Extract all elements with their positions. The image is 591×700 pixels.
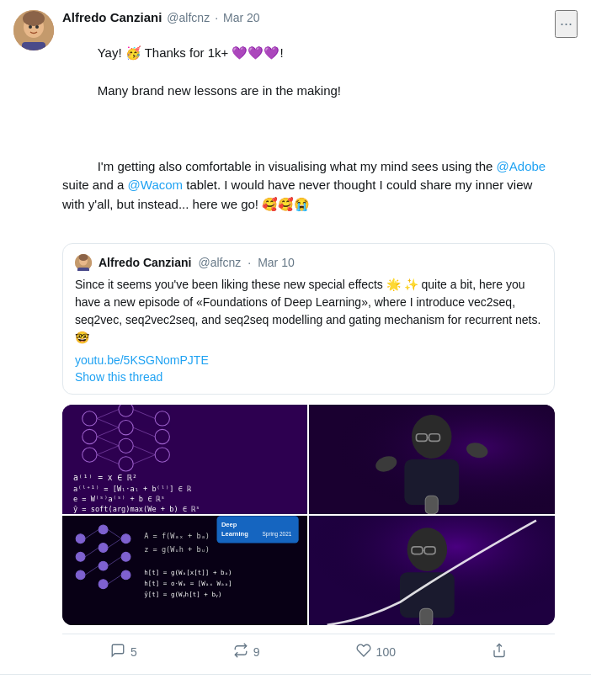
- image-grid: a⁽¹⁾ = x ∈ ℝ² a⁽ˡ⁺¹⁾ = [Wₗ·aₗ + b⁽ˡ⁾] ∈ …: [62, 405, 555, 625]
- svg-text:h[t] = g(Wₐ[x[t]] + bₐ): h[t] = g(Wₐ[x[t]] + bₐ): [144, 569, 232, 576]
- quoted-tweet[interactable]: Alfredo Canziani @alfcnz · Mar 10 Since …: [62, 243, 555, 395]
- mention-wacom[interactable]: @Wacom: [128, 178, 184, 192]
- svg-rect-44: [426, 496, 439, 514]
- svg-text:e = W⁽ˢ⁾a⁽ˢ⁾ + b ∈ ℝˢ: e = W⁽ˢ⁾a⁽ˢ⁾ + b ∈ ℝˢ: [73, 494, 165, 502]
- svg-point-74: [407, 528, 448, 571]
- svg-text:Learning: Learning: [221, 529, 248, 537]
- svg-text:Deep: Deep: [221, 521, 237, 528]
- reply-icon: [110, 643, 125, 662]
- retweet-button[interactable]: 9: [225, 638, 269, 667]
- quoted-author-name: Alfredo Canziani: [98, 256, 191, 269]
- svg-rect-79: [420, 608, 433, 625]
- svg-text:ŷ[t] = g(Wᵧh[t] + bᵧ): ŷ[t] = g(Wᵧh[t] + bᵧ): [144, 591, 221, 598]
- tweet-actions: 5 9: [62, 634, 555, 674]
- quoted-text: Since it seems you've been liking these …: [75, 276, 542, 347]
- svg-point-37: [412, 415, 452, 459]
- svg-text:a⁽ˡ⁺¹⁾ = [Wₗ·aₗ + b⁽ˡ⁾] ∈ ℝ: a⁽ˡ⁺¹⁾ = [Wₗ·aₗ + b⁽ˡ⁾] ∈ ℝ: [73, 484, 192, 492]
- quoted-avatar: [75, 254, 92, 271]
- svg-text:Spring 2021: Spring 2021: [263, 530, 292, 537]
- svg-point-59: [121, 570, 130, 580]
- svg-point-55: [98, 561, 108, 570]
- tweet-text-line1: Yay! 🥳 Thanks for 1k+ 💜💜💜!: [98, 45, 284, 60]
- like-button[interactable]: 100: [348, 638, 404, 667]
- reply-button[interactable]: 5: [102, 638, 146, 667]
- svg-point-2: [23, 11, 45, 26]
- svg-point-57: [121, 533, 130, 543]
- mention-adobe[interactable]: @Adobe: [497, 159, 546, 173]
- image-1[interactable]: a⁽¹⁾ = x ∈ ℝ² a⁽ˡ⁺¹⁾ = [Wₗ·aₗ + b⁽ˡ⁾] ∈ …: [62, 405, 307, 514]
- svg-point-58: [121, 552, 130, 561]
- svg-text:h[t] = o·Wₐ = [Wₐₓ Wₐₐ]: h[t] = o·Wₐ = [Wₐₓ Wₐₐ]: [144, 580, 232, 587]
- svg-point-4: [35, 25, 39, 29]
- retweet-count: 9: [253, 645, 260, 659]
- quoted-link[interactable]: youtu.be/5KSGNomPJTE: [75, 353, 542, 367]
- quoted-author-handle[interactable]: @alfcnz: [198, 256, 241, 269]
- quoted-dot: ·: [248, 256, 251, 269]
- tweet-card: Alfredo Canziani @alfcnz · Mar 20 Yay! 🥳…: [0, 0, 591, 675]
- share-button[interactable]: [483, 638, 515, 667]
- svg-point-54: [98, 543, 108, 552]
- tweet-text: Yay! 🥳 Thanks for 1k+ 💜💜💜! Many brand ne…: [62, 24, 555, 233]
- tweet-text-part4: I'm getting also comfortable in visualis…: [98, 159, 497, 173]
- svg-rect-9: [77, 268, 89, 271]
- svg-point-52: [76, 570, 85, 580]
- more-options-button[interactable]: ···: [555, 10, 578, 38]
- author-handle[interactable]: @alfcnz: [167, 11, 210, 24]
- separator-dot: ·: [215, 11, 218, 24]
- svg-point-53: [98, 525, 108, 534]
- heart-icon: [356, 643, 371, 662]
- svg-text:z = g(Wᵤh + bᵤ): z = g(Wᵤh + bᵤ): [144, 545, 210, 554]
- image-2[interactable]: [309, 405, 555, 514]
- svg-text:A = f(Wₐₓ + bₐ): A = f(Wₐₓ + bₐ): [144, 532, 210, 540]
- retweet-icon: [233, 643, 248, 662]
- quoted-date: Mar 10: [258, 256, 295, 269]
- avatar[interactable]: [13, 10, 54, 50]
- reply-count: 5: [130, 645, 137, 659]
- svg-point-8: [79, 254, 88, 261]
- image-4[interactable]: [309, 516, 555, 625]
- show-thread-link[interactable]: Show this thread: [75, 370, 542, 384]
- tweet-text-line2: Many brand new lessons are in the making…: [98, 83, 341, 98]
- svg-text:a⁽¹⁾ = x ∈ ℝ²: a⁽¹⁾ = x ∈ ℝ²: [73, 472, 137, 481]
- share-icon: [492, 643, 507, 662]
- svg-point-56: [98, 579, 108, 588]
- svg-text:ŷ = soft(arg)max(We + b) ∈ ℝˢ: ŷ = soft(arg)max(We + b) ∈ ℝˢ: [73, 504, 200, 512]
- svg-point-51: [76, 552, 85, 561]
- tweet-date: Mar 20: [223, 11, 260, 24]
- svg-point-50: [76, 533, 85, 543]
- image-3[interactable]: Deep Learning Spring 2021: [62, 516, 307, 625]
- svg-rect-5: [22, 42, 45, 50]
- svg-point-3: [29, 25, 32, 29]
- author-display-name: Alfredo Canziani: [62, 10, 162, 24]
- like-count: 100: [376, 645, 396, 659]
